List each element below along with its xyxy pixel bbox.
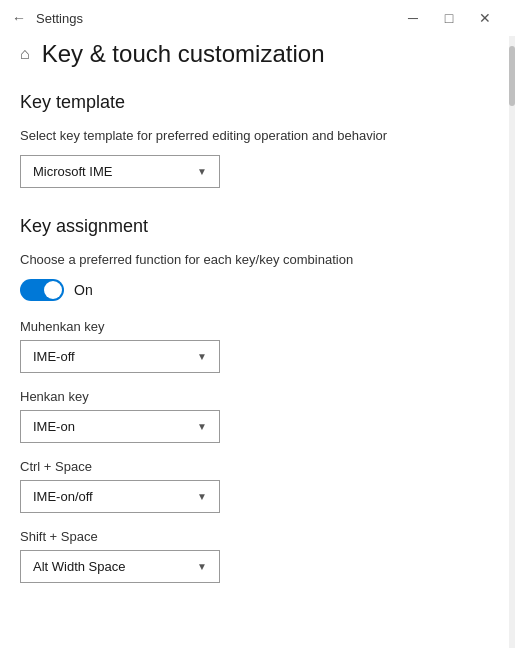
back-button[interactable]: ← bbox=[12, 10, 26, 26]
key-template-dropdown-value: Microsoft IME bbox=[33, 164, 112, 179]
toggle-knob bbox=[44, 281, 62, 299]
key-assignment-section: Key assignment Choose a preferred functi… bbox=[20, 216, 495, 583]
close-button[interactable]: ✕ bbox=[467, 4, 503, 32]
toggle-row: On bbox=[20, 279, 495, 301]
key-template-section: Key template Select key template for pre… bbox=[20, 92, 495, 188]
key-template-description: Select key template for preferred editin… bbox=[20, 127, 495, 145]
settings-window: ← Settings ─ □ ✕ ⌂ Key & touch customiza… bbox=[0, 0, 515, 648]
key-assignment-description: Choose a preferred function for each key… bbox=[20, 251, 495, 269]
key-template-dropdown-arrow: ▼ bbox=[197, 166, 207, 177]
key-assignment-section-title: Key assignment bbox=[20, 216, 495, 237]
shift-space-label: Shift + Space bbox=[20, 529, 495, 544]
henkan-field-group: Henkan key IME-on ▼ bbox=[20, 389, 495, 443]
page-header: ⌂ Key & touch customization bbox=[20, 36, 495, 68]
shift-space-arrow: ▼ bbox=[197, 561, 207, 572]
key-assignment-toggle[interactable] bbox=[20, 279, 64, 301]
key-template-section-title: Key template bbox=[20, 92, 495, 113]
shift-space-field-group: Shift + Space Alt Width Space ▼ bbox=[20, 529, 495, 583]
maximize-button[interactable]: □ bbox=[431, 4, 467, 32]
title-bar-left: ← Settings bbox=[12, 10, 83, 26]
henkan-dropdown[interactable]: IME-on ▼ bbox=[20, 410, 220, 443]
key-template-dropdown[interactable]: Microsoft IME ▼ bbox=[20, 155, 220, 188]
shift-space-value: Alt Width Space bbox=[33, 559, 126, 574]
toggle-label: On bbox=[74, 282, 93, 298]
ctrl-space-arrow: ▼ bbox=[197, 491, 207, 502]
henkan-arrow: ▼ bbox=[197, 421, 207, 432]
ctrl-space-value: IME-on/off bbox=[33, 489, 93, 504]
muhenkan-value: IME-off bbox=[33, 349, 75, 364]
scrollbar-track bbox=[509, 36, 515, 648]
muhenkan-dropdown[interactable]: IME-off ▼ bbox=[20, 340, 220, 373]
minimize-button[interactable]: ─ bbox=[395, 4, 431, 32]
home-icon: ⌂ bbox=[20, 45, 30, 63]
muhenkan-label: Muhenkan key bbox=[20, 319, 495, 334]
ctrl-space-label: Ctrl + Space bbox=[20, 459, 495, 474]
page-title: Key & touch customization bbox=[42, 40, 325, 68]
ctrl-space-dropdown[interactable]: IME-on/off ▼ bbox=[20, 480, 220, 513]
henkan-label: Henkan key bbox=[20, 389, 495, 404]
muhenkan-arrow: ▼ bbox=[197, 351, 207, 362]
shift-space-dropdown[interactable]: Alt Width Space ▼ bbox=[20, 550, 220, 583]
henkan-value: IME-on bbox=[33, 419, 75, 434]
title-bar: ← Settings ─ □ ✕ bbox=[0, 0, 515, 36]
window-controls: ─ □ ✕ bbox=[395, 4, 503, 32]
ctrl-space-field-group: Ctrl + Space IME-on/off ▼ bbox=[20, 459, 495, 513]
page-content: ⌂ Key & touch customization Key template… bbox=[0, 36, 515, 648]
muhenkan-field-group: Muhenkan key IME-off ▼ bbox=[20, 319, 495, 373]
window-title: Settings bbox=[36, 11, 83, 26]
scrollbar-thumb[interactable] bbox=[509, 46, 515, 106]
